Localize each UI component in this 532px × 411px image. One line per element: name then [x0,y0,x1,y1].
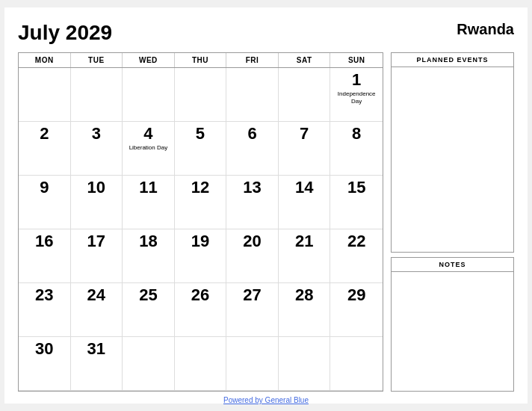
day-cell [330,337,383,391]
day-cell [279,337,331,391]
day-header-sun: SUN [330,53,383,67]
day-cell: 3 [71,122,123,176]
day-number: 3 [92,125,101,143]
day-cell: 19 [175,229,227,283]
day-number: 22 [347,232,365,250]
calendar-title: July 2029 [18,21,112,45]
day-cell: 5 [175,122,227,176]
day-number: 16 [35,232,53,250]
day-cell: 25 [123,283,175,337]
day-number: 6 [247,125,256,143]
holiday-label: Liberation Day [127,144,170,152]
day-cell: 18 [123,229,175,283]
day-cell: 21 [279,229,331,283]
day-cell: 8 [330,122,383,176]
day-cell: 14 [279,176,331,229]
day-cell: 28 [279,283,331,337]
day-number: 12 [191,179,209,197]
powered-by-link[interactable]: Powered by General Blue [223,396,309,404]
day-number: 7 [300,125,309,143]
day-cell [71,68,123,122]
day-cell: 13 [226,176,279,229]
day-cell: 17 [71,229,123,283]
day-number: 5 [196,125,205,143]
day-cell [19,68,71,122]
day-number: 11 [139,179,157,197]
holiday-label: Independence Day [335,90,378,105]
day-number: 17 [87,232,105,250]
day-header-tue: TUE [71,53,123,67]
day-number: 25 [139,286,157,304]
day-cell: 1Independence Day [330,68,383,122]
day-cell: 10 [71,176,123,229]
day-number: 23 [35,286,53,304]
day-number: 31 [87,340,105,358]
day-cell [175,68,227,122]
day-cell: 23 [19,283,71,337]
day-number: 4 [143,125,152,143]
calendar-grid: 1Independence Day234Liberation Day567891… [19,68,383,391]
day-cell: 16 [19,229,71,283]
day-header-sat: SAT [279,53,331,67]
day-number: 15 [347,179,365,197]
notes-header: NOTES [392,258,513,272]
day-cell [226,337,279,391]
day-cell: 4Liberation Day [123,122,175,176]
day-cell: 2 [19,122,71,176]
day-cell: 27 [226,283,279,337]
day-number: 29 [347,286,365,304]
notes-box: NOTES [391,257,514,392]
day-cell: 12 [175,176,227,229]
day-number: 20 [243,232,261,250]
day-header-fri: FRI [226,53,279,67]
calendar-grid-section: MONTUEWEDTHUFRISATSUN 1Independence Day2… [18,52,383,392]
day-number: 24 [87,286,105,304]
day-number: 9 [40,179,49,197]
day-cell: 6 [226,122,279,176]
header: July 2029 Rwanda [18,21,514,45]
right-panel: PLANNED EVENTS NOTES [391,52,514,392]
footer: Powered by General Blue [18,396,514,404]
day-header-thu: THU [175,53,227,67]
calendar-page: July 2029 Rwanda MONTUEWEDTHUFRISATSUN 1… [4,7,528,404]
day-number: 14 [295,179,313,197]
planned-events-box: PLANNED EVENTS [391,52,514,253]
day-cell [175,337,227,391]
day-number: 26 [191,286,209,304]
main-content: MONTUEWEDTHUFRISATSUN 1Independence Day2… [18,52,514,392]
day-cell [123,337,175,391]
day-cell: 7 [279,122,331,176]
day-number: 30 [35,340,53,358]
day-cell: 20 [226,229,279,283]
day-cell: 30 [19,337,71,391]
day-number: 19 [191,232,209,250]
day-number: 28 [295,286,313,304]
planned-events-content [392,67,513,252]
day-cell: 11 [123,176,175,229]
day-number: 27 [243,286,261,304]
day-header-mon: MON [19,53,71,67]
day-cell: 9 [19,176,71,229]
day-number: 18 [139,232,157,250]
day-number: 2 [40,125,49,143]
day-headers-row: MONTUEWEDTHUFRISATSUN [19,53,383,68]
day-cell: 29 [330,283,383,337]
day-number: 21 [295,232,313,250]
day-number: 8 [352,125,361,143]
country-name: Rwanda [457,21,514,38]
day-cell [226,68,279,122]
day-cell: 31 [71,337,123,391]
day-number: 1 [352,71,361,89]
notes-content [392,272,513,391]
day-cell [123,68,175,122]
day-cell: 24 [71,283,123,337]
planned-events-header: PLANNED EVENTS [392,53,513,67]
day-cell: 26 [175,283,227,337]
day-number: 13 [243,179,261,197]
day-header-wed: WED [123,53,175,67]
day-number: 10 [87,179,105,197]
day-cell: 15 [330,176,383,229]
day-cell [279,68,331,122]
day-cell: 22 [330,229,383,283]
